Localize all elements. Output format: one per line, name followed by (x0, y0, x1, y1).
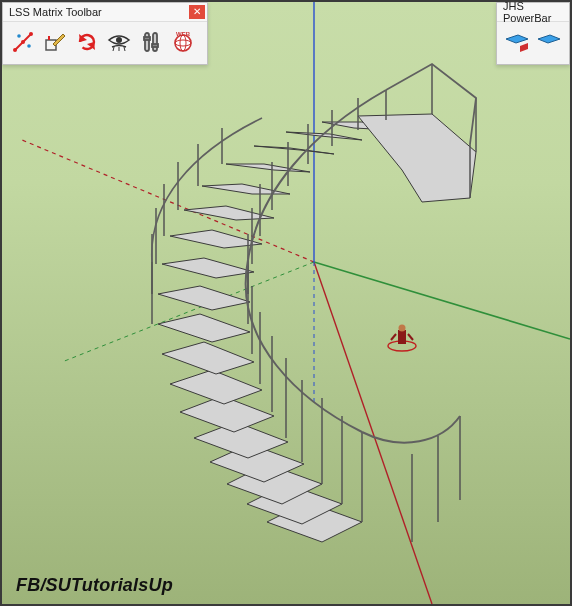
svg-marker-20 (226, 164, 310, 172)
svg-marker-21 (254, 146, 334, 154)
svg-point-63 (21, 40, 25, 44)
settings-sliders-icon[interactable] (137, 28, 165, 56)
svg-line-59 (391, 334, 396, 340)
svg-line-70 (113, 47, 114, 51)
svg-rect-74 (153, 33, 157, 51)
svg-point-65 (17, 34, 21, 38)
svg-rect-57 (398, 330, 406, 344)
svg-marker-83 (538, 35, 560, 43)
origin-figure (388, 325, 416, 352)
lss-matrix-toolbar: LSS Matrix Toolbar ✕ (2, 2, 208, 65)
toolbar-title-right: JHS PowerBar (503, 2, 567, 24)
viewport-3d[interactable] (2, 2, 570, 604)
close-button[interactable]: ✕ (189, 5, 205, 19)
svg-line-0 (22, 140, 314, 262)
svg-rect-76 (152, 44, 158, 47)
face-front-icon[interactable] (503, 28, 531, 56)
svg-marker-24 (358, 114, 476, 202)
svg-text:WEB: WEB (176, 31, 191, 37)
toolbar-title-left: LSS Matrix Toolbar (9, 6, 102, 18)
svg-point-77 (175, 35, 191, 51)
svg-line-3 (314, 262, 570, 339)
svg-line-72 (124, 47, 125, 51)
mesh-points-icon[interactable] (9, 28, 37, 56)
svg-line-60 (408, 334, 413, 340)
svg-rect-73 (145, 33, 149, 51)
svg-line-1 (314, 262, 432, 604)
svg-point-62 (13, 48, 17, 52)
edit-mesh-icon[interactable] (41, 28, 69, 56)
svg-marker-16 (162, 258, 254, 278)
face-back-icon[interactable] (535, 28, 563, 56)
jhs-powerbar-toolbar: JHS PowerBar (496, 2, 570, 65)
svg-rect-75 (144, 37, 150, 40)
svg-marker-81 (506, 35, 528, 43)
svg-point-64 (29, 32, 33, 36)
svg-point-58 (399, 325, 406, 332)
svg-marker-82 (520, 43, 528, 52)
svg-point-69 (116, 37, 122, 43)
refresh-icon[interactable] (73, 28, 101, 56)
web-globe-icon[interactable]: WEB (169, 28, 197, 56)
visibility-icon[interactable] (105, 28, 133, 56)
svg-marker-13 (162, 342, 254, 374)
svg-marker-12 (170, 370, 262, 404)
svg-marker-15 (158, 286, 250, 310)
svg-point-66 (27, 44, 31, 48)
watermark-text: FB/SUTutorialsUp (16, 575, 173, 596)
